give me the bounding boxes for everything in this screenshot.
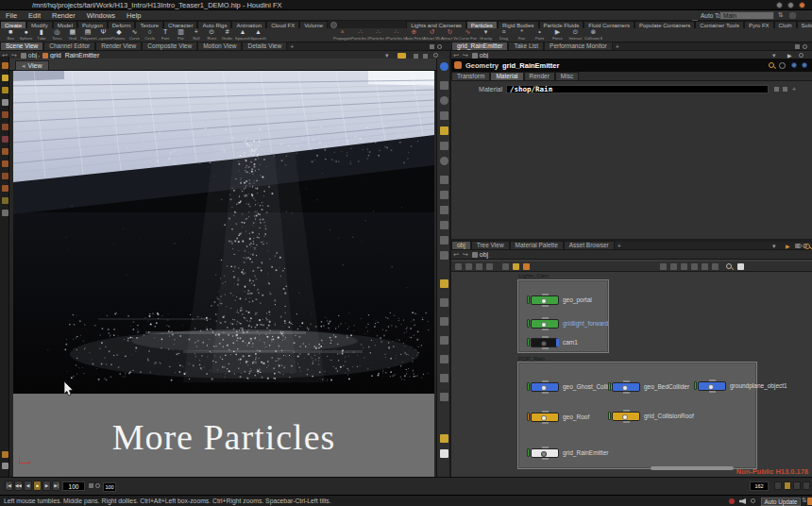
node-body[interactable] bbox=[531, 319, 559, 329]
shelf-tab-modify[interactable]: Modify bbox=[26, 21, 53, 28]
node-display-flag[interactable] bbox=[527, 295, 530, 304]
tab-network-obj[interactable]: obj bbox=[451, 241, 471, 250]
tab-grid-rainemitter[interactable]: grid_RainEmitter bbox=[451, 42, 508, 51]
take-stepper[interactable]: ⇅ bbox=[778, 11, 784, 19]
misc-tool-icon[interactable] bbox=[2, 210, 8, 216]
highlighted-option-icon[interactable] bbox=[440, 279, 448, 288]
shelf-tab-cloth[interactable]: Cloth bbox=[774, 21, 797, 28]
node-body[interactable] bbox=[531, 295, 559, 305]
path-root[interactable]: obj bbox=[480, 52, 488, 59]
grid-snap-icon[interactable] bbox=[486, 263, 493, 270]
play-reverse-button[interactable]: ◀ bbox=[24, 481, 32, 491]
shelf-tab-populate-containers[interactable]: Populate Containers bbox=[634, 21, 695, 28]
path-dropdown-icon[interactable]: ▾ bbox=[772, 243, 776, 250]
tab-misc[interactable]: Misc bbox=[555, 72, 579, 81]
node-info-icon[interactable] bbox=[802, 62, 807, 68]
node-label[interactable]: grid_CollisionRoof bbox=[644, 413, 694, 419]
take-selector[interactable]: Main bbox=[719, 11, 774, 20]
tab-motion-view[interactable]: Motion View bbox=[197, 42, 242, 51]
cook-indicator-icon[interactable] bbox=[751, 498, 755, 503]
network-expand-icon[interactable] bbox=[737, 263, 744, 270]
grid-display-icon[interactable] bbox=[440, 236, 448, 245]
node-display-flag[interactable] bbox=[694, 381, 697, 390]
paint-tool-icon[interactable] bbox=[2, 148, 8, 155]
backface-icon[interactable] bbox=[440, 317, 448, 326]
shelf-tab-create[interactable]: Create bbox=[0, 21, 26, 28]
node-grid-collisionroof[interactable]: grid_CollisionRoof bbox=[608, 411, 694, 421]
node-body[interactable] bbox=[698, 381, 726, 391]
node-gridlight-forward[interactable]: gridlight_forward bbox=[527, 318, 608, 329]
onion-skin-icon[interactable] bbox=[440, 336, 448, 345]
nav-forward-icon[interactable]: ↪ bbox=[461, 251, 470, 259]
material-open-icon[interactable] bbox=[783, 87, 787, 92]
tab-asset-browser[interactable]: Asset Browser bbox=[564, 241, 615, 250]
menu-windows[interactable]: Windows bbox=[81, 11, 121, 20]
search-icon[interactable] bbox=[769, 62, 774, 68]
menu-render[interactable]: Render bbox=[46, 11, 81, 20]
shelf-tab-deform[interactable]: Deform bbox=[108, 21, 136, 28]
list-mode-icon[interactable] bbox=[465, 263, 472, 270]
error-indicator-icon[interactable] bbox=[729, 498, 735, 504]
handles-display-icon[interactable] bbox=[440, 221, 448, 229]
badge-icon[interactable] bbox=[691, 263, 698, 270]
node-body[interactable] bbox=[531, 413, 559, 422]
interrupt-icon[interactable] bbox=[807, 498, 812, 505]
snap-mode-icon[interactable] bbox=[2, 197, 8, 204]
snap-icon[interactable] bbox=[414, 54, 418, 59]
new-tab-icon[interactable]: + bbox=[613, 43, 622, 50]
shelf-tab-model[interactable]: Model bbox=[53, 21, 77, 28]
shading-icon[interactable] bbox=[440, 81, 448, 90]
gallery-icon[interactable] bbox=[779, 62, 786, 69]
close-button[interactable] bbox=[799, 2, 805, 8]
node-body[interactable] bbox=[531, 338, 559, 347]
frame-all-icon[interactable] bbox=[712, 263, 719, 270]
network-search-icon[interactable] bbox=[804, 244, 810, 249]
node-label[interactable]: geo_portal bbox=[563, 296, 592, 303]
highlighted-display-icon[interactable] bbox=[440, 126, 448, 135]
play-button[interactable]: ▶ bbox=[42, 481, 51, 491]
node-body[interactable] bbox=[531, 382, 559, 392]
worksheet-icon[interactable] bbox=[476, 263, 482, 270]
node-geo-bedcollider[interactable]: geo_BedCollider bbox=[608, 381, 689, 392]
node-display-flag[interactable] bbox=[527, 413, 530, 421]
node-display-flag[interactable] bbox=[608, 382, 611, 391]
network-play-icon[interactable]: ▶ bbox=[786, 243, 790, 249]
menu-file[interactable]: File bbox=[0, 11, 23, 20]
pose-tool-icon[interactable] bbox=[2, 124, 8, 130]
node-shape-icon[interactable] bbox=[681, 263, 687, 270]
path-root[interactable]: obj bbox=[480, 251, 488, 258]
node-display-flag[interactable] bbox=[527, 448, 530, 457]
template-flag-icon[interactable] bbox=[523, 263, 530, 270]
menu-edit[interactable]: Edit bbox=[23, 11, 46, 20]
shelf-tab-texture[interactable]: Texture bbox=[135, 21, 163, 28]
material-path-field[interactable]: /shop/Rain bbox=[506, 85, 769, 93]
wireframe-icon[interactable] bbox=[440, 96, 448, 105]
connection-style-icon[interactable] bbox=[670, 263, 677, 270]
message-log-icon[interactable] bbox=[739, 498, 746, 504]
tab-performance-monitor[interactable]: Performance Monitor bbox=[544, 42, 613, 51]
node-label[interactable]: cam1 bbox=[563, 339, 578, 346]
pin-play-icon[interactable]: ▶ bbox=[787, 52, 792, 59]
tab-render[interactable]: Render bbox=[524, 72, 555, 81]
tool-particles-from-1[interactable]: ∴Particles fr.. bbox=[351, 28, 369, 42]
tab-tree-view[interactable]: Tree View bbox=[471, 241, 510, 250]
node-display-flag[interactable] bbox=[527, 319, 530, 328]
scale-tool-icon[interactable] bbox=[2, 99, 8, 106]
shelf-tab-cloud-fx[interactable]: Cloud FX bbox=[266, 21, 299, 28]
node-label[interactable]: grid_RainEmitter bbox=[563, 449, 608, 456]
node-body[interactable] bbox=[531, 448, 559, 458]
network-pin-icon[interactable] bbox=[797, 244, 802, 248]
tool-auto-fetch[interactable]: ⊕Auto Fetch bbox=[405, 28, 423, 42]
keyframe-tool-icon[interactable] bbox=[2, 185, 8, 192]
tool-propagate[interactable]: ×Propagate.. bbox=[333, 28, 351, 42]
shelf-tab-rigid-bodies[interactable]: Rigid Bodies bbox=[498, 21, 539, 28]
nav-back-icon[interactable]: ↩ bbox=[451, 251, 461, 259]
tab-material-palette[interactable]: Material Palette bbox=[510, 241, 564, 250]
network-scrollbar[interactable] bbox=[651, 466, 734, 470]
shelf-tab-volume[interactable]: Volume bbox=[299, 21, 328, 28]
visibility-icon[interactable] bbox=[440, 393, 448, 401]
memory-icon[interactable] bbox=[2, 463, 8, 469]
material-chooser-icon[interactable] bbox=[774, 87, 779, 92]
node-grid-rainemitter[interactable]: grid_RainEmitter bbox=[527, 447, 608, 458]
node-geo-ghost-collision[interactable]: geo_Ghost_Collision bbox=[527, 381, 619, 392]
